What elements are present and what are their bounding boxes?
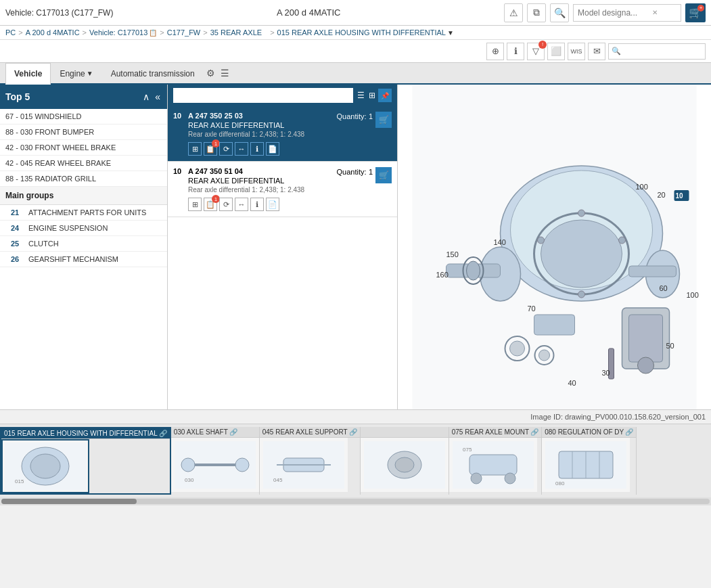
tab-icon-1[interactable]: ⚙ bbox=[206, 68, 215, 78]
zoom-in-button[interactable]: ⊕ bbox=[486, 43, 504, 60]
part-applicability-icon-1[interactable]: 📋 1 bbox=[204, 198, 217, 211]
scrollbar-track[interactable] bbox=[1, 499, 710, 504]
part-qty-label-1: Quantity: bbox=[337, 168, 367, 176]
part-doc-icon-1[interactable]: 📄 bbox=[266, 198, 279, 211]
print-button[interactable]: ⬜ bbox=[547, 43, 565, 60]
svg-point-6 bbox=[541, 220, 622, 288]
parts-search-input[interactable] bbox=[621, 47, 702, 55]
thumbnails-container: 015 REAR AXLE HOUSING WITH DIFFERENTIAL … bbox=[0, 424, 711, 497]
parts-view-icons: ☰ ⊞ 📌 bbox=[356, 89, 392, 102]
thumbnail-img-1: 030 bbox=[171, 438, 259, 492]
pin-btn[interactable]: 📌 bbox=[378, 89, 392, 102]
thumbnail-link-icon-2[interactable]: 🔗 bbox=[349, 428, 357, 436]
thumbnail-label-2: 045 REAR AXLE SUPPORT 🔗 bbox=[260, 427, 360, 438]
add-to-cart-0[interactable]: 🛒 bbox=[375, 112, 392, 128]
breadcrumb-vehicle-icon[interactable]: 📋 bbox=[149, 29, 157, 37]
breadcrumb-rear-axle[interactable]: 35 REAR AXLE bbox=[210, 28, 262, 37]
breadcrumb-pc[interactable]: PC bbox=[5, 28, 16, 37]
tab-icon-2[interactable]: ☰ bbox=[221, 68, 229, 78]
sidebar-item-label: 88 - 030 FRONT BUMPER bbox=[5, 128, 94, 136]
thumb-svg-0: 015 bbox=[5, 443, 86, 490]
thumbnail-link-icon-5[interactable]: 🔗 bbox=[625, 428, 633, 436]
part-history-icon-0[interactable]: ⟳ bbox=[219, 142, 233, 156]
svg-text:030: 030 bbox=[185, 477, 194, 483]
thumbnail-2[interactable]: 045 REAR AXLE SUPPORT 🔗 045 bbox=[260, 427, 361, 495]
toolbar-row: ⊕ ℹ ▽ ! ⬜ WIS ✉ 🔍 bbox=[0, 40, 711, 63]
breadcrumb-fw[interactable]: C177_FW bbox=[167, 28, 201, 37]
part-item-0[interactable]: 10 A 247 350 25 03 REAR AXLE DIFFERENTIA… bbox=[168, 106, 397, 162]
scrollbar-thumb[interactable] bbox=[1, 499, 137, 504]
part-info-icon-1[interactable]: ℹ bbox=[250, 198, 264, 211]
part-table-icon-0[interactable]: ⊞ bbox=[188, 142, 202, 156]
add-to-cart-1[interactable]: 🛒 bbox=[375, 167, 392, 183]
breadcrumb-dropdown-arrow[interactable]: ▼ bbox=[447, 29, 454, 37]
warning-button[interactable]: ⚠ bbox=[504, 3, 523, 22]
sidebar-minimize-btn[interactable]: « bbox=[154, 91, 162, 102]
part-info-0: A 247 350 25 03 REAR AXLE DIFFERENTIAL R… bbox=[188, 112, 333, 156]
svg-rect-12 bbox=[629, 266, 676, 277]
part-item-1[interactable]: 10 A 247 350 51 04 REAR AXLE DIFFERENTIA… bbox=[168, 162, 397, 217]
tab-engine[interactable]: Engine ▼ bbox=[51, 62, 101, 84]
svg-text:045: 045 bbox=[273, 477, 283, 483]
thumbnail-img-0: 015 bbox=[1, 439, 89, 493]
sidebar-item-67-015[interactable]: 67 - 015 WINDSHIELD bbox=[0, 109, 167, 125]
part-table-icon-1[interactable]: ⊞ bbox=[188, 198, 202, 211]
list-view-btn[interactable]: ☰ bbox=[356, 89, 366, 102]
parts-search-bar[interactable]: 🔍 bbox=[608, 43, 706, 60]
thumbnail-link-icon-0[interactable]: 🔗 bbox=[159, 430, 167, 437]
sidebar-group-25[interactable]: 25 CLUTCH bbox=[0, 236, 167, 252]
info-button[interactable]: ℹ bbox=[507, 43, 524, 60]
tab-vehicle[interactable]: Vehicle bbox=[5, 63, 51, 85]
part-pos-0: 10 bbox=[173, 112, 184, 156]
thumbnail-label-1: 030 AXLE SHAFT 🔗 bbox=[171, 427, 259, 438]
filter-button[interactable]: ▽ ! bbox=[527, 43, 545, 60]
part-price-icon-1[interactable]: ↔ bbox=[235, 198, 248, 211]
part-price-icon-0[interactable]: ↔ bbox=[235, 142, 248, 156]
thumbnail-4[interactable]: 075 REAR AXLE MOUNT 🔗 075 bbox=[449, 427, 542, 495]
sidebar-group-21[interactable]: 21 ATTACHMENT PARTS FOR UNITS bbox=[0, 205, 167, 221]
parts-list-search[interactable] bbox=[173, 88, 353, 103]
search-button[interactable]: 🔍 bbox=[550, 3, 569, 22]
top-bar-icons: ⚠ ⧉ 🔍 ✕ 🛒 + bbox=[504, 3, 706, 22]
grid-view-btn[interactable]: ⊞ bbox=[367, 89, 377, 102]
tab-engine-dropdown[interactable]: ▼ bbox=[87, 70, 93, 77]
wis-button[interactable]: WIS bbox=[568, 43, 585, 60]
thumbnail-3[interactable] bbox=[361, 427, 449, 495]
copy-button[interactable]: ⧉ bbox=[527, 3, 546, 22]
thumbnail-link-icon-1[interactable]: 🔗 bbox=[229, 428, 237, 436]
thumbnail-link-icon-4[interactable]: 🔗 bbox=[530, 428, 538, 436]
sidebar-item-42-045[interactable]: 42 - 045 REAR WHEEL BRAKE bbox=[0, 156, 167, 171]
sidebar-group-26[interactable]: 26 GEARSHIFT MECHANISM bbox=[0, 252, 167, 267]
sidebar-item-42-030[interactable]: 42 - 030 FRONT WHEEL BRAKE bbox=[0, 140, 167, 156]
thumbnail-label-3 bbox=[361, 427, 449, 438]
breadcrumb-vehicle[interactable]: Vehicle: C177013 bbox=[89, 28, 147, 37]
tab-auto-transmission[interactable]: Automatic transmission bbox=[102, 62, 204, 84]
part-doc-icon-0[interactable]: 📄 bbox=[266, 142, 279, 156]
svg-point-53 bbox=[395, 457, 414, 472]
svg-text:150: 150 bbox=[446, 250, 459, 258]
breadcrumb-housing[interactable]: 015 REAR AXLE HOUSING WITH DIFFERENTIAL … bbox=[277, 28, 454, 37]
sidebar-item-88-135[interactable]: 88 - 135 RADIATOR GRILL bbox=[0, 171, 167, 187]
cart-button[interactable]: 🛒 + bbox=[685, 3, 706, 22]
part-info-icon-0[interactable]: ℹ bbox=[250, 142, 264, 156]
model-search-input[interactable] bbox=[578, 8, 652, 18]
part-qty-val-1: 1 bbox=[369, 168, 373, 176]
sidebar-item-88-030[interactable]: 88 - 030 FRONT BUMPER bbox=[0, 125, 167, 140]
thumbnail-img-3 bbox=[361, 438, 449, 492]
sidebar-collapse-btn[interactable]: ∧ bbox=[141, 91, 151, 102]
breadcrumb-housing-link[interactable]: 015 REAR AXLE HOUSING WITH DIFFERENTIAL bbox=[277, 28, 446, 37]
thumbnail-1[interactable]: 030 AXLE SHAFT 🔗 030 bbox=[171, 427, 260, 495]
svg-text:160: 160 bbox=[436, 271, 449, 279]
sidebar-group-24[interactable]: 24 ENGINE SUSPENSION bbox=[0, 221, 167, 236]
part-applicability-icon-0[interactable]: 📋 1 bbox=[204, 142, 217, 156]
svg-point-45 bbox=[235, 458, 249, 472]
thumbnail-0[interactable]: 015 REAR AXLE HOUSING WITH DIFFERENTIAL … bbox=[0, 427, 171, 495]
part-history-icon-1[interactable]: ⟳ bbox=[219, 198, 233, 211]
search-clear-icon[interactable]: ✕ bbox=[652, 9, 658, 16]
email-button[interactable]: ✉ bbox=[588, 43, 605, 60]
thumbnail-img-4: 075 bbox=[449, 438, 537, 492]
model-search-bar[interactable]: ✕ bbox=[573, 4, 681, 22]
breadcrumb-model[interactable]: A 200 d 4MATIC bbox=[26, 28, 80, 37]
thumbnail-5[interactable]: 080 REGULATION OF DY 🔗 080 bbox=[542, 427, 637, 495]
svg-point-44 bbox=[181, 458, 195, 472]
